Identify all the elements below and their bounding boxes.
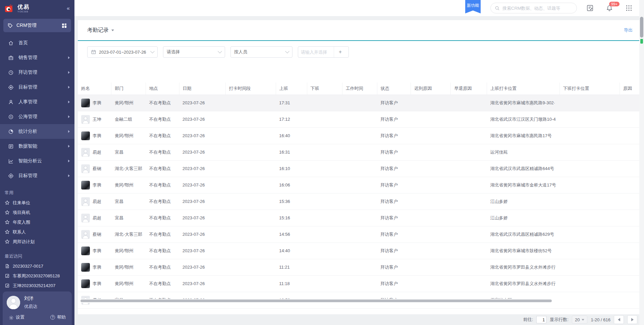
table-row[interactable]: 蔡钢湖北-大客三部不在考勤点2023-07-2616:10拜访客户湖北省武汉市武… [78,160,639,177]
column-header-上班打卡位置: 上班打卡位置 [487,83,559,95]
cell-place: 不在考勤点 [146,160,179,177]
person-filter-select[interactable]: 按人员 [230,46,292,58]
table-row[interactable]: 王坤金融二组不在考勤点2023-07-2617:12拜访客户湖北省武汉市江汉区天… [78,111,639,127]
help-button[interactable]: ? 帮助 [50,314,66,320]
vertical-scrollbar[interactable] [639,0,644,325]
horizontal-scrollbar-thumb[interactable] [80,300,552,302]
sidebar-item-数据智能[interactable]: 数据智能 [0,139,74,154]
table-row[interactable]: 易超宜昌不在考勤点2023-07-2616:31拜访客户运河佳苑 [78,144,639,160]
help-label: 帮助 [57,314,66,320]
next-page-button[interactable] [627,315,637,324]
cell-out [307,177,342,193]
cell-out [307,127,342,144]
vertical-scrollbar-thumb[interactable] [640,17,643,38]
common-item-往来单位[interactable]: 往来单位 [0,198,74,208]
chevron-right-icon [68,115,70,118]
common-item-周拜访计划[interactable]: 周拜访计划 [0,237,74,247]
sidebar-item-销售管理[interactable]: 销售管理 [0,50,74,65]
table-row[interactable]: 易超宜昌不在考勤点2023-07-2615:16拜访客户江山多娇 [78,210,639,226]
table-row[interactable]: 李腾黄冈/鄂州不在考勤点2023-07-2616:40拜访客户湖北省黄冈市麻城市… [78,127,639,144]
table-row[interactable]: 蔡钢湖北-大客三部不在考勤点2023-07-2614:56拜访客户湖北省武汉市武… [78,226,639,242]
user-card[interactable]: 刘洋 优易达 设置 ? 帮助 [3,291,72,325]
cell-place: 不在考勤点 [146,177,179,193]
cell-late [411,160,451,177]
horizontal-scrollbar[interactable] [78,299,639,303]
column-header-上班: 上班 [276,83,307,95]
common-item-年度入围[interactable]: 年度入围 [0,217,74,227]
person-tag-input[interactable]: + [298,46,349,58]
table-row[interactable]: 李腾黄冈/鄂州不在考勤点2023-07-2614:40拜访客户湖北省黄冈市麻城市… [78,242,639,259]
employee-cell: 李腾 [78,177,111,193]
sidebar-collapse-icon[interactable]: « [67,5,70,11]
employee-cell: 李腾 [78,275,111,292]
cell-late [411,242,451,259]
generic-select[interactable]: 请选择 [163,46,225,58]
table-row[interactable]: 李腾黄冈/鄂州不在考勤点2023-07-2611:21拜访客户湖北省黄冈市罗田县… [78,259,639,275]
sidebar-item-统计分析[interactable]: 统计分析 [0,124,74,139]
new-feature-badge[interactable]: 新功能 [465,0,481,13]
avatar [81,279,90,288]
common-item-项目商机[interactable]: 项目商机 [0,208,74,217]
cell-dept: 湖北-大客三部 [111,226,146,242]
column-header-姓名: 姓名 [78,83,111,95]
rows-per-page-select[interactable]: 20 [572,316,587,324]
table-row[interactable]: 郑斌江西-大客三部不在考勤点2023-07-2610:52拜访客户江西青山湖供电… [78,308,639,310]
sidebar-item-拜访管理[interactable]: 拜访管理 [0,65,74,80]
table-row[interactable]: 易超宜昌不在考勤点2023-07-2615:36拜访客户江山多娇 [78,193,639,210]
export-button[interactable]: 导出 [624,27,633,33]
sidebar-item-首页[interactable]: 首页 [0,36,74,50]
date-range-select[interactable]: 1 2023-07-01~2023-07-26 [87,46,158,58]
cell-reason [620,144,639,160]
table-row[interactable]: 李腾黄冈/鄂州不在考勤点2023-07-2611:18拜访客户湖北省黄冈市罗田县… [78,275,639,292]
column-header-原因: 原因 [620,83,639,95]
apps-grid-icon[interactable] [61,23,67,29]
employee-name: 易超 [93,149,101,155]
sidebar-item-目标管理[interactable]: 目标管理 [0,80,74,95]
cell-place: 不在考勤点 [146,226,179,242]
chart-icon [8,158,14,164]
sidebar-item-智能分析云[interactable]: 智能分析云 [0,154,74,168]
apps-menu-button[interactable] [625,4,633,12]
recent-item-车慕周20230327085128[interactable]: 车慕周20230327085128 [0,271,74,281]
cell-early [451,144,487,160]
sidebar-item-label: 拜访管理 [18,69,37,75]
common-item-联系人[interactable]: 联系人 [0,227,74,237]
gear-icon [9,315,14,320]
cell-late [411,308,451,310]
cell-period [225,193,276,210]
sidebar-item-公海管理[interactable]: S公海管理 [0,109,74,124]
person-input[interactable] [298,50,334,55]
cell-hours [342,226,377,242]
page-title[interactable]: 考勤记录 [87,27,109,34]
recent-item-王坤20230325214207[interactable]: 王坤20230325214207 [0,281,74,290]
employee-name: 李腾 [93,182,101,188]
cell-dept: 黄冈/鄂州 [111,127,146,144]
grid-dots-icon [625,4,633,12]
chevron-right-icon [68,86,70,89]
employee-name: 李腾 [93,133,101,139]
document-icon [5,264,10,269]
workspace-switcher[interactable]: CRM管理 [3,19,71,32]
cell-early [451,193,487,210]
add-person-button[interactable]: + [334,46,346,58]
table-row[interactable]: 李腾黄冈/鄂州不在考勤点2023-07-2616:06拜访客户湖北省黄冈市麻城市… [78,177,639,193]
prev-page-button[interactable] [614,315,624,324]
user-name: 刘洋 [24,295,37,302]
recent-item-20230327-0017[interactable]: 20230327-0017 [0,261,74,271]
notifications-button[interactable]: 99+ [606,4,613,12]
settings-button[interactable]: 设置 [9,314,24,320]
sidebar-item-目标管理[interactable]: 目标管理 [0,168,74,183]
sidebar-item-label: 目标管理 [18,84,37,90]
notes-button[interactable] [586,4,594,12]
table-row[interactable]: 李腾黄冈/鄂州不在考勤点2023-07-2617:31拜访客户湖北省黄冈市麻城市… [78,95,639,111]
cell-period [225,308,276,310]
global-search[interactable] [490,3,577,13]
chevron-down-icon [218,49,222,53]
link-label: 20230327-0017 [13,264,43,269]
cell-out_loc [559,95,620,111]
search-input[interactable] [502,6,570,11]
goto-page-input[interactable] [536,316,546,323]
cell-late [411,144,451,160]
sidebar-item-人事管理[interactable]: 人事管理 [0,95,74,109]
title-caret-icon[interactable] [111,30,114,31]
